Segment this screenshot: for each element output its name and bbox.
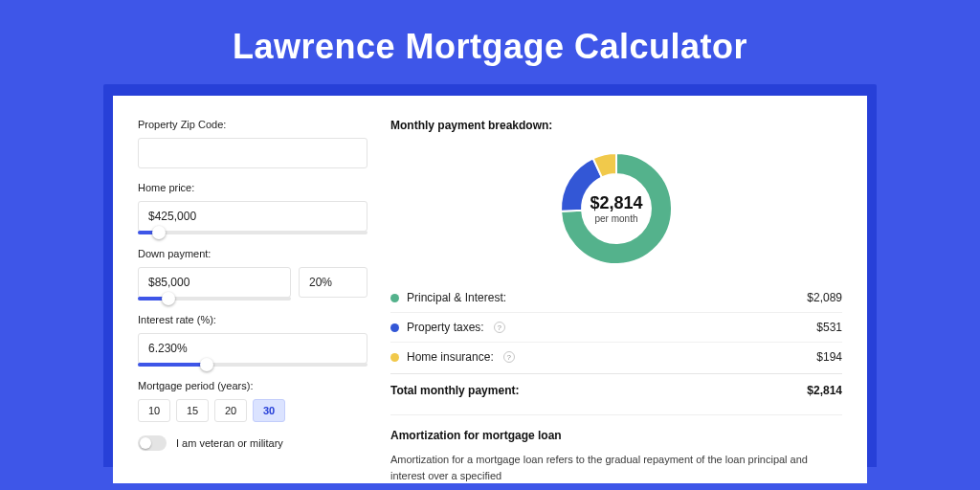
home-price-slider[interactable] [138, 231, 368, 234]
down-payment-slider[interactable] [138, 297, 291, 301]
down-payment-label: Down payment: [138, 248, 368, 259]
donut-center: $2,814 per month [555, 147, 678, 270]
amortization-title: Amortization for mortgage loan [390, 429, 842, 442]
page-title: Lawrence Mortgage Calculator [0, 0, 980, 84]
period-option-10[interactable]: 10 [138, 399, 170, 422]
breakdown-row: Property taxes:?$531 [390, 313, 842, 343]
veteran-toggle-label: I am veteran or military [176, 437, 283, 449]
breakdown-row-value: $194 [816, 350, 842, 364]
interest-rate-slider-fill [138, 363, 207, 367]
breakdown-row: Home insurance:?$194 [390, 343, 842, 371]
period-option-20[interactable]: 20 [214, 399, 247, 422]
legend-dot [390, 294, 399, 302]
donut-center-amount: $2,814 [590, 193, 642, 213]
donut-center-sub: per month [594, 213, 637, 224]
home-price-input[interactable] [138, 201, 368, 232]
interest-rate-slider[interactable] [138, 363, 368, 367]
calculator-panel: Property Zip Code: Home price: Down paym… [113, 96, 867, 483]
breakdown-heading: Monthly payment breakdown: [390, 119, 842, 132]
period-option-30[interactable]: 30 [253, 399, 285, 422]
legend-dot [390, 353, 399, 362]
breakdown-row-label: Property taxes: [407, 321, 484, 334]
down-payment-field: Down payment: [138, 248, 368, 301]
breakdown-total-label: Total monthly payment: [390, 384, 519, 397]
zip-label: Property Zip Code: [138, 119, 368, 130]
panel-shadow: Property Zip Code: Home price: Down paym… [103, 84, 877, 467]
donut-wrap: $2,814 per month [390, 138, 842, 283]
info-icon[interactable]: ? [503, 351, 515, 363]
mortgage-period-field: Mortgage period (years): 10152030 [138, 380, 368, 422]
breakdown-row-label: Home insurance: [407, 350, 494, 364]
amortization-text: Amortization for a mortgage loan refers … [390, 452, 842, 483]
inputs-column: Property Zip Code: Home price: Down paym… [138, 119, 368, 483]
down-payment-slider-thumb[interactable] [162, 292, 175, 305]
interest-rate-field: Interest rate (%): [138, 314, 368, 367]
amortization-block: Amortization for mortgage loan Amortizat… [390, 414, 842, 483]
zip-field: Property Zip Code: [138, 119, 368, 168]
breakdown-column: Monthly payment breakdown: $2,814 per mo… [390, 119, 842, 483]
breakdown-row-value: $531 [816, 321, 842, 334]
veteran-toggle-row: I am veteran or military [138, 435, 368, 451]
legend-dot [390, 323, 399, 332]
breakdown-total-value: $2,814 [807, 384, 842, 397]
breakdown-row: Principal & Interest:$2,089 [390, 283, 842, 313]
home-price-field: Home price: [138, 182, 368, 234]
breakdown-total-row: Total monthly payment: $2,814 [390, 373, 842, 397]
down-payment-input[interactable] [138, 267, 291, 298]
breakdown-row-value: $2,089 [807, 291, 842, 304]
interest-rate-slider-thumb[interactable] [200, 358, 213, 371]
veteran-toggle[interactable] [138, 435, 167, 451]
home-price-label: Home price: [138, 182, 368, 193]
interest-rate-input[interactable] [138, 333, 368, 364]
breakdown-row-label: Principal & Interest: [407, 291, 506, 304]
home-price-slider-thumb[interactable] [152, 226, 166, 239]
info-icon[interactable]: ? [494, 322, 505, 333]
mortgage-period-label: Mortgage period (years): [138, 380, 368, 391]
mortgage-period-options: 10152030 [138, 399, 368, 422]
veteran-toggle-knob [140, 437, 151, 449]
period-option-15[interactable]: 15 [176, 399, 209, 422]
down-payment-pct-input[interactable] [299, 267, 368, 298]
payment-donut-chart: $2,814 per month [555, 147, 678, 270]
interest-rate-label: Interest rate (%): [138, 314, 368, 325]
zip-input[interactable] [138, 138, 368, 168]
breakdown-rows: Principal & Interest:$2,089Property taxe… [390, 283, 842, 371]
